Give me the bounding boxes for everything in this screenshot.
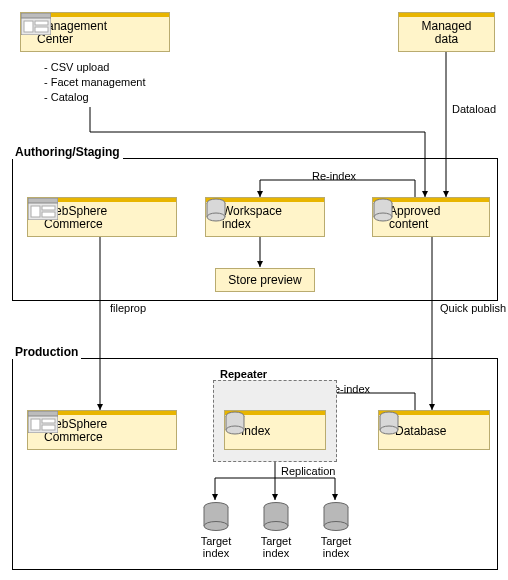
node-store-preview: Store preview [215,268,315,292]
node-managed-data: Managed data [398,12,495,52]
node-label: Managed data [421,20,471,46]
node-label: Database [395,425,446,438]
node-label: WebSphere Commerce [44,205,107,231]
section-authoring-title: Authoring/Staging [12,145,123,159]
node-index: Index [224,410,326,450]
label-quick-publish: Quick publish [440,302,506,314]
label-fileprop: fileprop [110,302,146,314]
repeater-title: Repeater [220,368,267,380]
node-websphere-production: WebSphere Commerce [27,410,177,450]
node-management-center: Management Center [20,12,170,52]
node-label: Workspace index [222,205,282,231]
node-label: Approved content [389,205,440,231]
bullet-facet-management: Facet management [51,76,146,88]
label-replication: Replication [281,465,335,477]
management-center-features: - CSV upload - Facet management - Catalo… [44,60,146,105]
node-websphere-authoring: WebSphere Commerce [27,197,177,237]
label-dataload: Dataload [452,103,496,115]
node-label: Management Center [37,20,107,46]
section-production-title: Production [12,345,81,359]
label-target-index-1: Target index [199,535,233,559]
node-approved-content: Approved content [372,197,490,237]
node-workspace-index: Workspace index [205,197,325,237]
bullet-catalog: Catalog [51,91,89,103]
label-reindex-authoring: Re-index [312,170,356,182]
bullet-csv-upload: CSV upload [51,61,110,73]
node-database: Database [378,410,490,450]
svg-rect-16 [31,206,40,217]
node-label: Store preview [228,273,301,287]
architecture-diagram: { "top": { "mgmt_center": "Management\nC… [0,0,508,580]
label-target-index-2: Target index [259,535,293,559]
node-label: Index [241,425,270,438]
node-label: WebSphere Commerce [44,418,107,444]
svg-rect-11 [24,21,33,32]
svg-rect-31 [31,419,40,430]
label-target-index-3: Target index [319,535,353,559]
